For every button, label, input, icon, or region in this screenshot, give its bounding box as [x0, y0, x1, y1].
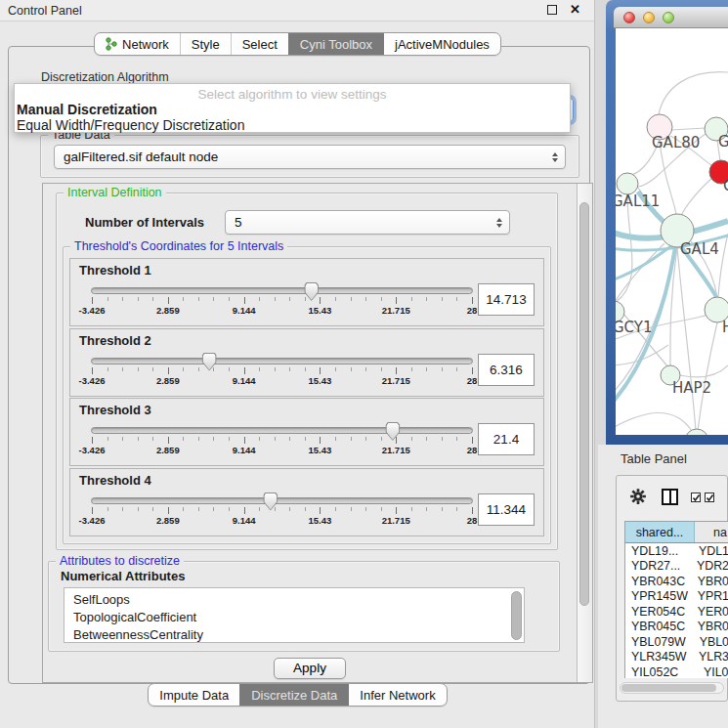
slider-track[interactable]: [91, 287, 473, 294]
threshold-3-panel: Threshold 3 -3.426: [69, 398, 544, 466]
table-toolbar: [617, 476, 727, 519]
settings-scrollbar[interactable]: [577, 184, 592, 682]
float-window-icon[interactable]: [547, 5, 557, 15]
threshold-1-label: Threshold 1: [79, 263, 535, 278]
algorithm-dropdown-popup: Select algorithm to view settings Manual…: [14, 83, 571, 133]
tab-network[interactable]: Network: [95, 33, 180, 55]
tab-impute-data[interactable]: Impute Data: [149, 684, 239, 706]
mac-minimize-button-icon[interactable]: [643, 12, 655, 23]
tab-select[interactable]: Select: [231, 33, 288, 55]
dropdown-option-manual-discretization[interactable]: Manual Discretization: [17, 102, 157, 117]
slider-ticks: [92, 507, 472, 514]
column-layout-icon[interactable]: [662, 489, 678, 505]
gear-icon[interactable]: [629, 488, 647, 505]
column-header-name[interactable]: na: [695, 522, 728, 542]
interval-definition-title: Interval Definition: [64, 186, 166, 199]
threshold-1-value-field[interactable]: 14.713: [478, 283, 535, 316]
numerical-attributes-list[interactable]: SelfLoops TopologicalCoefficient Between…: [64, 587, 525, 643]
horizontal-scrollbar[interactable]: [620, 682, 724, 694]
tab-style-label: Style: [192, 37, 220, 52]
svg-text:H: H: [722, 319, 728, 336]
table-row[interactable]: YLR345WYLR3: [625, 650, 728, 665]
threshold-4-value-field[interactable]: 11.344: [478, 493, 535, 526]
threshold-3-value-field[interactable]: 21.4: [478, 423, 535, 455]
network-window-titlebar[interactable]: [614, 7, 728, 28]
svg-text:GAL11: GAL11: [616, 193, 660, 210]
tab-cyni-toolbox-label: Cyni Toolbox: [300, 37, 372, 52]
table-row[interactable]: YPR145WYPR1: [625, 589, 728, 605]
threshold-4-slider[interactable]: -3.426 2.859 9.144 15.43 21.715 28: [79, 488, 478, 527]
slider-tick-labels: -3.426 2.859 9.144 15.43 21.715 28: [92, 445, 472, 456]
table-data-combobox[interactable]: galFiltered.sif default node: [54, 145, 566, 169]
slider-track[interactable]: [91, 358, 473, 364]
svg-text:GAL4: GAL4: [680, 240, 719, 258]
table-panel: shared... na YDL19...YDL1 YDR27...YDR2 Y…: [616, 475, 728, 702]
table-row[interactable]: YER054CYER0: [625, 604, 728, 620]
threshold-1-slider[interactable]: -3.426 2.859 9.144 15.43 21.715 28: [79, 278, 478, 317]
list-item[interactable]: TopologicalCoefficient: [64, 609, 524, 626]
tab-discretize-data[interactable]: Discretize Data: [239, 684, 348, 706]
mac-zoom-button-icon[interactable]: [663, 12, 674, 23]
threshold-2-slider[interactable]: -3.426 2.859 9.144 15.43 21.715 28: [79, 348, 478, 387]
tab-cyni-toolbox[interactable]: Cyni Toolbox: [288, 33, 383, 55]
tab-discretize-data-label: Discretize Data: [251, 688, 337, 703]
slider-track[interactable]: [91, 497, 473, 504]
node-partial-bottom[interactable]: [685, 429, 708, 435]
column-header-shared-name[interactable]: shared...: [625, 522, 695, 542]
slider-ticks: [92, 367, 472, 374]
table-row[interactable]: YDR27...YDR2: [625, 559, 728, 575]
table-row[interactable]: YBR045CYBR0: [625, 620, 728, 635]
tab-jactivemnodules-label: jActiveMNodules: [395, 37, 490, 52]
slider-tick-labels: -3.426 2.859 9.144 15.43 21.715 28: [92, 305, 472, 317]
slider-track[interactable]: [91, 427, 473, 434]
table-row[interactable]: YBL079WYBL0: [625, 634, 728, 650]
bottom-tabstrip: Impute Data Discretize Data Infer Networ…: [0, 683, 595, 707]
node-table: shared... na YDL19...YDL1 YDR27...YDR2 Y…: [624, 521, 728, 678]
slider-tick-labels: -3.426 2.859 9.144 15.43 21.715 28: [92, 375, 472, 387]
threshold-2-panel: Threshold 2 -3.426: [69, 328, 544, 397]
threshold-1-panel: Threshold 1 -3.426: [69, 258, 544, 326]
tab-jactivemnodules[interactable]: jActiveMNodules: [383, 33, 500, 55]
table-header-row: shared... na: [624, 521, 728, 543]
bottom-tabbar: Impute Data Discretize Data Infer Networ…: [148, 683, 447, 707]
network-view-window: GAL80 G. C GAL11 GAL4 GCY1 H HAP2: [606, 0, 728, 445]
top-tabstrip: Network Style Select Cyni Toolbox jActiv…: [0, 32, 595, 56]
threshold-4-panel: Threshold 4 -3.426: [69, 468, 544, 536]
tab-infer-network[interactable]: Infer Network: [348, 684, 446, 706]
close-icon[interactable]: ✕: [570, 2, 580, 17]
scrollbar-thumb[interactable]: [621, 684, 716, 692]
interval-definition-group: Interval Definition Number of Intervals …: [56, 193, 558, 550]
table-row[interactable]: YBR043CYBR0: [625, 574, 728, 589]
table-row[interactable]: YDL19...YDL1: [625, 543, 728, 559]
threshold-3-label: Threshold 3: [79, 403, 535, 417]
tab-impute-data-label: Impute Data: [159, 688, 229, 703]
attributes-group: Attributes to discretize Numerical Attri…: [48, 561, 560, 652]
table-data-group: Table Data galFiltered.sif default node: [40, 135, 579, 178]
checked-checkbox-icon[interactable]: [705, 492, 714, 502]
svg-text:G.: G.: [718, 133, 728, 150]
thresholds-group-title: Threshold's Coordinates for 5 Intervals: [70, 239, 287, 253]
table-row[interactable]: YIL052CYIL0: [625, 664, 728, 678]
mac-close-button-icon[interactable]: [623, 12, 635, 23]
scrollbar-thumb[interactable]: [579, 202, 589, 606]
threshold-2-label: Threshold 2: [79, 333, 535, 348]
list-item[interactable]: BetweennessCentrality: [64, 626, 524, 643]
network-icon: [106, 37, 117, 51]
checked-checkbox-icon[interactable]: [691, 492, 701, 502]
node-gal11[interactable]: [617, 173, 638, 194]
svg-text:GCY1: GCY1: [616, 319, 653, 336]
tab-select-label: Select: [242, 37, 278, 52]
algorithm-group-title: Discretization Algorithm: [41, 70, 169, 84]
apply-button[interactable]: Apply: [274, 658, 346, 679]
dropdown-option-equal-width-frequency[interactable]: Equal Width/Frequency Discretization: [17, 117, 244, 133]
number-of-intervals-combobox[interactable]: 5: [225, 210, 510, 235]
list-item[interactable]: SelfLoops: [64, 591, 524, 609]
network-canvas[interactable]: GAL80 G. C GAL11 GAL4 GCY1 H HAP2: [616, 28, 728, 435]
tab-style[interactable]: Style: [180, 33, 231, 55]
combo-stepper-icon: [552, 152, 558, 162]
threshold-3-slider[interactable]: -3.426 2.859 9.144 15.43 21.715 28: [79, 417, 478, 456]
threshold-2-value-field[interactable]: 6.316: [478, 354, 535, 386]
table-panel-dock: Table Panel shared... na: [598, 445, 728, 728]
list-scrollbar[interactable]: [511, 591, 522, 640]
numerical-attributes-label: Numerical Attributes: [61, 569, 185, 583]
